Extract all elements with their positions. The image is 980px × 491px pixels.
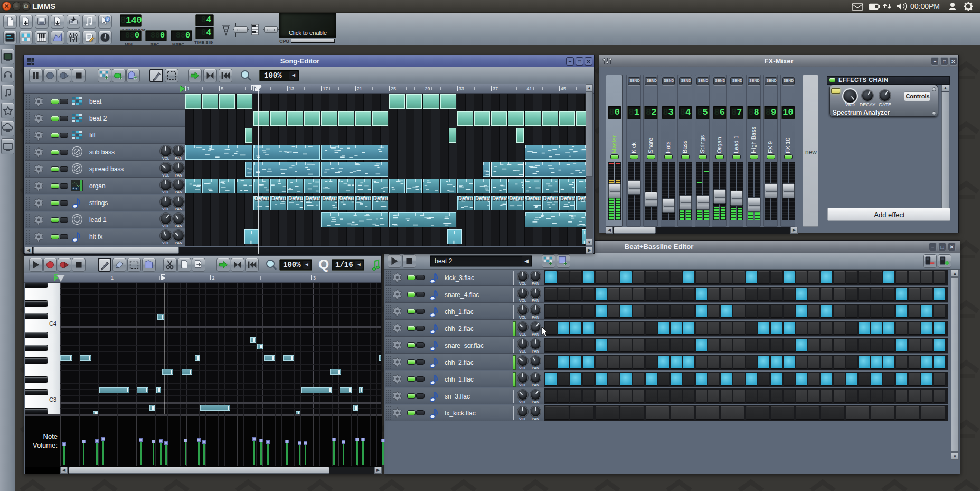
svg-text:?: ? (106, 17, 109, 22)
